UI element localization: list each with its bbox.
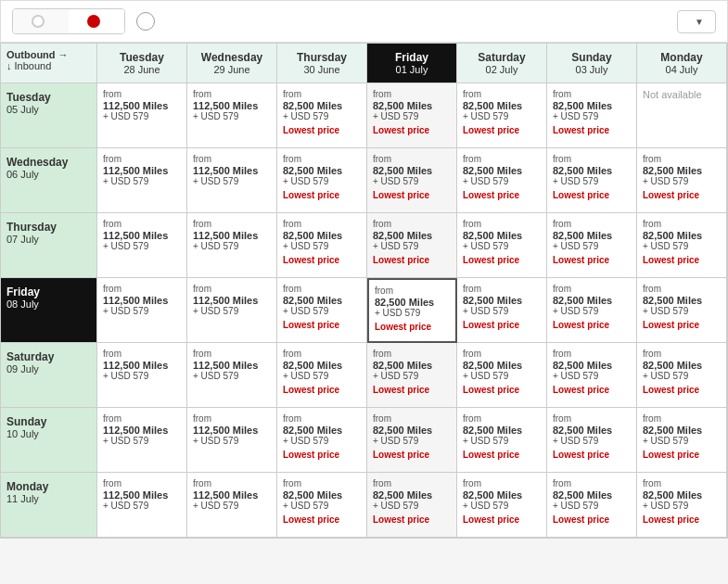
row-header-0[interactable]: Tuesday05 July	[1, 83, 97, 148]
cell-r1-c0[interactable]: from 112,500 Miles + USD 579	[97, 148, 187, 213]
cell-r4-c3[interactable]: from 82,500 Miles + USD 579 Lowest price	[367, 343, 457, 408]
cell-r0-c3[interactable]: from 82,500 Miles + USD 579 Lowest price	[367, 83, 457, 148]
miles-value: 112,500 Miles	[103, 360, 181, 371]
miles-value: 82,500 Miles	[283, 360, 361, 371]
from-label: from	[283, 219, 361, 229]
cell-r1-c2[interactable]: from 82,500 Miles + USD 579 Lowest price	[277, 148, 367, 213]
from-label: from	[553, 284, 631, 294]
miles-option[interactable]	[69, 9, 124, 33]
cell-r5-c4[interactable]: from 82,500 Miles + USD 579 Lowest price	[457, 408, 547, 473]
cell-r0-c6[interactable]: Not available	[637, 83, 727, 148]
miles-radio[interactable]	[87, 15, 100, 28]
cell-r2-c0[interactable]: from 112,500 Miles + USD 579	[97, 213, 187, 278]
cell-r4-c5[interactable]: from 82,500 Miles + USD 579 Lowest price	[547, 343, 637, 408]
cell-r5-c2[interactable]: from 82,500 Miles + USD 579 Lowest price	[277, 408, 367, 473]
cash-option[interactable]	[13, 9, 69, 33]
lowest-price-badge: Lowest price	[283, 125, 361, 135]
cell-r1-c1[interactable]: from 112,500 Miles + USD 579	[187, 148, 277, 213]
cell-r3-c4[interactable]: from 82,500 Miles + USD 579 Lowest price	[457, 278, 547, 343]
miles-value: 82,500 Miles	[463, 100, 541, 111]
col-header-4[interactable]: Saturday02 July	[457, 44, 547, 83]
cell-r3-c2[interactable]: from 82,500 Miles + USD 579 Lowest price	[277, 278, 367, 343]
cell-r6-c6[interactable]: from 82,500 Miles + USD 579 Lowest price	[637, 473, 727, 538]
cell-r4-c2[interactable]: from 82,500 Miles + USD 579 Lowest price	[277, 343, 367, 408]
cell-r4-c4[interactable]: from 82,500 Miles + USD 579 Lowest price	[457, 343, 547, 408]
miles-value: 112,500 Miles	[193, 230, 271, 241]
cell-r0-c4[interactable]: from 82,500 Miles + USD 579 Lowest price	[457, 83, 547, 148]
cell-r5-c0[interactable]: from 112,500 Miles + USD 579	[97, 408, 187, 473]
lowest-price-badge: Lowest price	[283, 320, 361, 330]
miles-value: 82,500 Miles	[553, 295, 631, 306]
lowest-price-badge: Lowest price	[553, 450, 631, 460]
cell-r5-c5[interactable]: from 82,500 Miles + USD 579 Lowest price	[547, 408, 637, 473]
cell-r6-c1[interactable]: from 112,500 Miles + USD 579	[187, 473, 277, 538]
cell-r1-c6[interactable]: from 82,500 Miles + USD 579 Lowest price	[637, 148, 727, 213]
cell-r2-c5[interactable]: from 82,500 Miles + USD 579 Lowest price	[547, 213, 637, 278]
usd-value: + USD 579	[373, 371, 451, 381]
cell-r3-c5[interactable]: from 82,500 Miles + USD 579 Lowest price	[547, 278, 637, 343]
cell-r3-c0[interactable]: from 112,500 Miles + USD 579	[97, 278, 187, 343]
cell-r2-c2[interactable]: from 82,500 Miles + USD 579 Lowest price	[277, 213, 367, 278]
cell-r4-c0[interactable]: from 112,500 Miles + USD 579	[97, 343, 187, 408]
col-header-6[interactable]: Monday04 July	[637, 44, 727, 83]
usd-value: + USD 579	[373, 241, 451, 251]
cell-r4-c1[interactable]: from 112,500 Miles + USD 579	[187, 343, 277, 408]
usd-value: + USD 579	[643, 501, 721, 511]
cell-r0-c0[interactable]: from 112,500 Miles + USD 579	[97, 83, 187, 148]
price-type-selector[interactable]	[12, 8, 125, 34]
col-header-5[interactable]: Sunday03 July	[547, 44, 637, 83]
cell-r1-c5[interactable]: from 82,500 Miles + USD 579 Lowest price	[547, 148, 637, 213]
cell-r5-c6[interactable]: from 82,500 Miles + USD 579 Lowest price	[637, 408, 727, 473]
from-label: from	[553, 478, 631, 489]
from-label: from	[193, 349, 271, 359]
usd-value: + USD 579	[193, 501, 271, 511]
cell-r6-c4[interactable]: from 82,500 Miles + USD 579 Lowest price	[457, 473, 547, 538]
usd-value: + USD 579	[643, 306, 721, 316]
cell-r0-c2[interactable]: from 82,500 Miles + USD 579 Lowest price	[277, 83, 367, 148]
col-header-3[interactable]: Friday01 July	[367, 44, 457, 83]
cell-r2-c6[interactable]: from 82,500 Miles + USD 579 Lowest price	[637, 213, 727, 278]
cell-r6-c5[interactable]: from 82,500 Miles + USD 579 Lowest price	[547, 473, 637, 538]
usd-value: + USD 579	[553, 436, 631, 446]
cell-r0-c1[interactable]: from 112,500 Miles + USD 579	[187, 83, 277, 148]
lowest-price-badge: Lowest price	[463, 190, 541, 200]
miles-value: 112,500 Miles	[103, 295, 181, 306]
cell-r3-c1[interactable]: from 112,500 Miles + USD 579	[187, 278, 277, 343]
cell-r1-c3[interactable]: from 82,500 Miles + USD 579 Lowest price	[367, 148, 457, 213]
cell-r2-c1[interactable]: from 112,500 Miles + USD 579	[187, 213, 277, 278]
cell-r5-c1[interactable]: from 112,500 Miles + USD 579	[187, 408, 277, 473]
usd-value: + USD 579	[103, 111, 181, 121]
inbound-label: ↓ Inbound	[6, 60, 91, 71]
cell-r5-c3[interactable]: from 82,500 Miles + USD 579 Lowest price	[367, 408, 457, 473]
cell-r3-c3[interactable]: from 82,500 Miles + USD 579 Lowest price	[367, 278, 457, 343]
lowest-price-badge: Lowest price	[373, 385, 451, 395]
usd-value: + USD 579	[283, 501, 361, 511]
cell-r3-c6[interactable]: from 82,500 Miles + USD 579 Lowest price	[637, 278, 727, 343]
col-header-0[interactable]: Tuesday28 June	[97, 44, 187, 83]
miles-value: 82,500 Miles	[283, 165, 361, 176]
usd-value: + USD 579	[463, 111, 541, 121]
usd-value: + USD 579	[463, 306, 541, 316]
row-header-5[interactable]: Sunday10 July	[1, 408, 97, 473]
info-icon[interactable]	[136, 12, 155, 31]
usd-value: + USD 579	[373, 176, 451, 186]
row-header-1[interactable]: Wednesday06 July	[1, 148, 97, 213]
cell-r2-c3[interactable]: from 82,500 Miles + USD 579 Lowest price	[367, 213, 457, 278]
also-see-prices-button[interactable]: ▼	[677, 10, 716, 33]
cell-r6-c3[interactable]: from 82,500 Miles + USD 579 Lowest price	[367, 473, 457, 538]
cell-r4-c6[interactable]: from 82,500 Miles + USD 579 Lowest price	[637, 343, 727, 408]
from-label: from	[283, 89, 361, 99]
cell-r6-c0[interactable]: from 112,500 Miles + USD 579	[97, 473, 187, 538]
lowest-price-badge: Lowest price	[463, 514, 541, 525]
row-header-4[interactable]: Saturday09 July	[1, 343, 97, 408]
cell-r1-c4[interactable]: from 82,500 Miles + USD 579 Lowest price	[457, 148, 547, 213]
cash-radio[interactable]	[32, 15, 45, 28]
cell-r0-c5[interactable]: from 82,500 Miles + USD 579 Lowest price	[547, 83, 637, 148]
col-header-2[interactable]: Thursday30 June	[277, 44, 367, 83]
cell-r6-c2[interactable]: from 82,500 Miles + USD 579 Lowest price	[277, 473, 367, 538]
row-header-2[interactable]: Thursday07 July	[1, 213, 97, 278]
row-header-3[interactable]: Friday08 July	[1, 278, 97, 343]
cell-r2-c4[interactable]: from 82,500 Miles + USD 579 Lowest price	[457, 213, 547, 278]
col-header-1[interactable]: Wednesday29 June	[187, 44, 277, 83]
row-header-6[interactable]: Monday11 July	[1, 473, 97, 538]
